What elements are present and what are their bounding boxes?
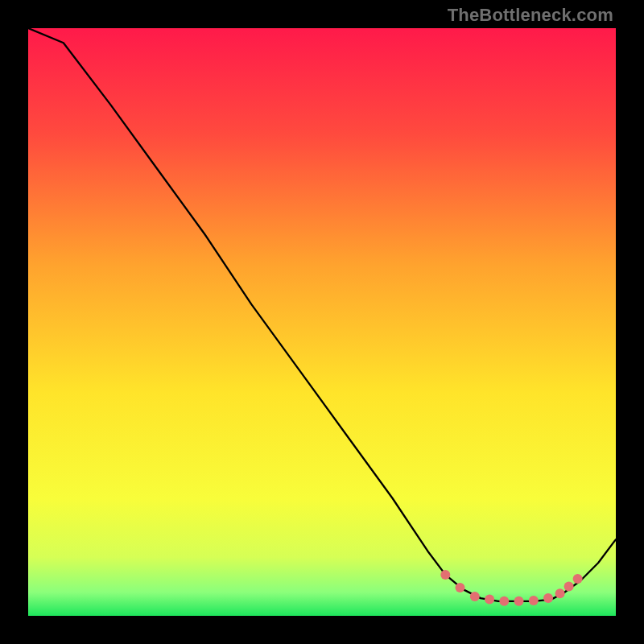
highlight-dot xyxy=(573,574,583,584)
highlight-dot xyxy=(485,595,494,605)
highlight-dot xyxy=(555,588,565,598)
highlight-dot xyxy=(470,592,480,601)
gradient-background xyxy=(28,28,616,616)
highlight-dot xyxy=(564,582,574,592)
highlight-dot xyxy=(456,583,465,592)
chart-svg xyxy=(28,28,616,616)
highlight-dot xyxy=(543,593,553,603)
highlight-dot xyxy=(440,570,450,580)
highlight-dot xyxy=(529,596,539,605)
attribution-text: TheBottleneck.com xyxy=(448,5,613,26)
highlight-dot xyxy=(499,597,509,606)
outer-frame: TheBottleneck.com xyxy=(0,0,644,644)
plot-area xyxy=(28,28,616,616)
highlight-dot xyxy=(514,597,524,606)
